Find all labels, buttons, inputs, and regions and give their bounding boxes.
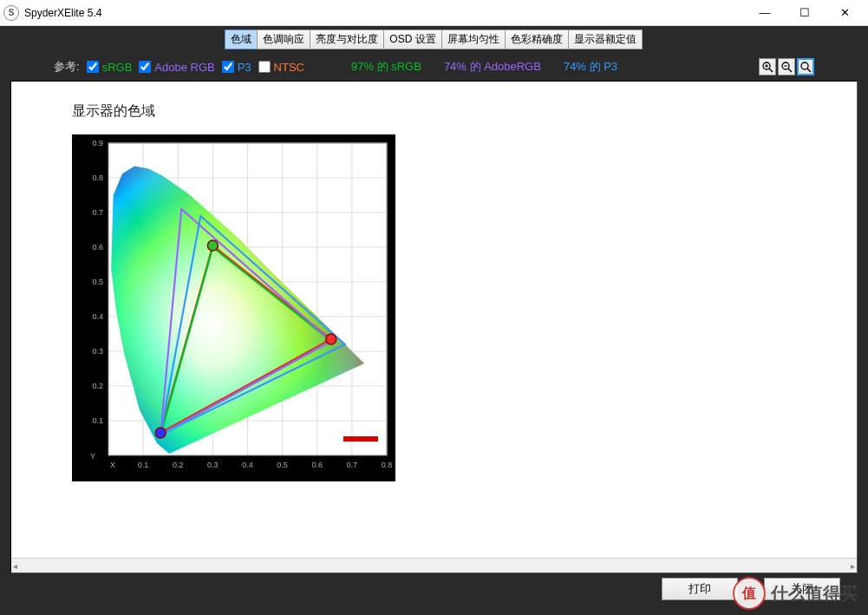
svg-text:0.1: 0.1	[138, 461, 149, 469]
checkbox-p3-input[interactable]	[222, 61, 234, 73]
svg-text:0.6: 0.6	[92, 243, 103, 252]
svg-text:0.9: 0.9	[92, 139, 103, 147]
svg-text:0.4: 0.4	[92, 312, 103, 321]
svg-text:0.2: 0.2	[173, 461, 184, 469]
checkbox-p3[interactable]: P3	[222, 61, 251, 74]
svg-rect-57	[343, 436, 378, 442]
app-body: 色域 色调响应 亮度与对比度 OSD 设置 屏幕均匀性 色彩精确度 显示器额定值…	[0, 26, 868, 615]
scrollbar-horizontal[interactable]: ◂▸	[11, 558, 857, 572]
canvas-area: 显示器的色域 0.10.20.30.40.50.60.70.80.10.20.3…	[11, 82, 857, 558]
bottom-bar: 打印 关闭	[10, 573, 858, 605]
watermark: 值 什么值得买	[733, 577, 858, 610]
tab-rating[interactable]: 显示器额定值	[568, 29, 643, 49]
zoom-fit-icon[interactable]	[797, 58, 814, 75]
svg-text:0.1: 0.1	[92, 416, 103, 425]
checkbox-adobergb-label: Adobe RGB	[154, 61, 214, 74]
titlebar: S SpyderXElite 5.4 — ☐ ✕	[0, 0, 868, 26]
watermark-text: 什么值得买	[771, 582, 858, 605]
svg-text:0.8: 0.8	[92, 173, 103, 182]
svg-point-53	[207, 240, 218, 251]
checkbox-srgb-input[interactable]	[87, 61, 99, 73]
svg-text:0.7: 0.7	[92, 208, 103, 217]
svg-text:0.5: 0.5	[92, 278, 103, 286]
svg-text:0.3: 0.3	[92, 347, 103, 356]
checkbox-ntsc-input[interactable]	[258, 61, 271, 73]
zoom-in-icon[interactable]	[759, 58, 776, 75]
chart-title: 显示器的色域	[72, 102, 857, 121]
checkbox-adobergb-input[interactable]	[139, 61, 151, 73]
svg-text:0.8: 0.8	[382, 461, 393, 469]
tab-accuracy[interactable]: 色彩精确度	[505, 29, 569, 49]
stat-p3: 74% 的 P3	[564, 59, 617, 75]
svg-text:0.7: 0.7	[347, 461, 358, 469]
content-frame: 显示器的色域 0.10.20.30.40.50.60.70.80.10.20.3…	[10, 81, 858, 573]
svg-text:0.6: 0.6	[311, 461, 323, 469]
svg-point-54	[155, 428, 166, 438]
zoom-tools	[759, 58, 814, 75]
stat-adobergb: 74% 的 AdobeRGB	[444, 59, 541, 75]
tabs: 色域 色调响应 亮度与对比度 OSD 设置 屏幕均匀性 色彩精确度 显示器额定值	[10, 29, 858, 49]
svg-line-5	[788, 69, 792, 72]
stat-srgb: 97% 的 sRGB	[351, 59, 421, 75]
app-icon: S	[3, 5, 19, 21]
minimize-button[interactable]: —	[745, 0, 785, 26]
svg-text:0.4: 0.4	[242, 461, 253, 469]
checkbox-srgb[interactable]: sRGB	[87, 61, 133, 74]
checkbox-srgb-label: sRGB	[102, 61, 133, 74]
checkbox-ntsc-label: NTSC	[274, 61, 304, 74]
tab-brightness[interactable]: 亮度与对比度	[310, 29, 384, 49]
tab-osd[interactable]: OSD 设置	[383, 29, 441, 49]
window-controls: — ☐ ✕	[745, 0, 865, 26]
watermark-badge-icon: 值	[733, 577, 766, 610]
reference-row: 参考: sRGB Adobe RGB P3 NTSC 97% 的 sRGB 74…	[10, 53, 858, 81]
svg-text:0.3: 0.3	[207, 461, 219, 469]
tab-gamut[interactable]: 色域	[225, 29, 258, 49]
tab-uniformity[interactable]: 屏幕均匀性	[441, 29, 506, 49]
zoom-out-icon[interactable]	[778, 58, 795, 75]
svg-line-8	[807, 69, 811, 72]
svg-line-1	[769, 69, 773, 72]
checkbox-ntsc[interactable]: NTSC	[258, 61, 304, 74]
svg-text:Y: Y	[90, 452, 95, 461]
close-button[interactable]: ✕	[825, 0, 865, 26]
print-button[interactable]: 打印	[662, 578, 738, 600]
svg-point-7	[801, 62, 808, 69]
svg-point-52	[326, 334, 336, 344]
checkbox-adobergb[interactable]: Adobe RGB	[139, 61, 214, 74]
svg-text:0.2: 0.2	[92, 382, 103, 390]
cie-chart: 0.10.20.30.40.50.60.70.80.10.20.30.40.50…	[72, 134, 395, 481]
maximize-button[interactable]: ☐	[785, 0, 825, 26]
svg-text:X: X	[110, 461, 115, 469]
tab-tone[interactable]: 色调响应	[257, 29, 310, 49]
svg-text:0.5: 0.5	[277, 461, 288, 469]
reference-label: 参考:	[54, 59, 80, 75]
checkbox-p3-label: P3	[238, 61, 251, 74]
window-title: SpyderXElite 5.4	[24, 7, 101, 19]
